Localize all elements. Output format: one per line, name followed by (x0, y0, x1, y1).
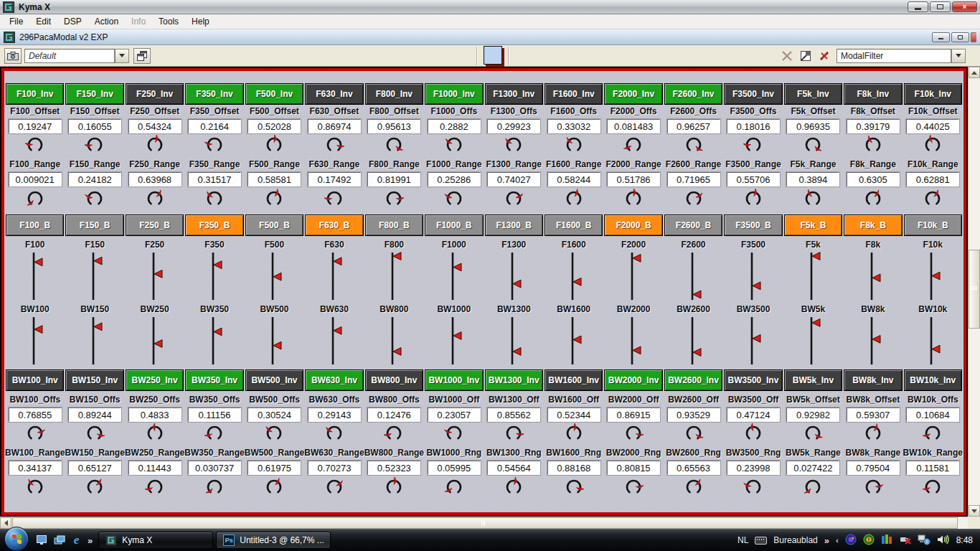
f-range-knob[interactable] (803, 189, 823, 212)
f-offset-field[interactable]: 0.39179 (847, 119, 900, 133)
f-range-knob[interactable] (923, 189, 943, 212)
f-offset-knob[interactable] (504, 135, 524, 158)
bw-fader[interactable] (371, 316, 417, 369)
disconnect-tools-icon[interactable] (781, 50, 793, 62)
f-offset-knob[interactable] (384, 135, 404, 158)
bw-range-field[interactable]: 0.61975 (248, 461, 301, 475)
f-inv-button[interactable]: F800_Inv (365, 83, 423, 105)
f-range-knob[interactable] (25, 189, 45, 212)
f-offset-knob[interactable] (264, 135, 284, 158)
scroll-down-button[interactable] (969, 505, 980, 517)
bw-offset-knob[interactable] (25, 423, 45, 446)
tray-network-icon[interactable] (918, 534, 930, 547)
bw-inv-button[interactable]: BW5k_Inv (784, 369, 842, 391)
bw-offset-knob[interactable] (803, 423, 823, 446)
bw-offset-field[interactable]: 0.10684 (906, 408, 959, 422)
bw-range-knob[interactable] (564, 477, 584, 500)
menu-item-help[interactable]: Help (185, 15, 216, 28)
bw-offset-field[interactable]: 0.59307 (847, 408, 900, 422)
bw-range-field[interactable]: 0.030737 (188, 461, 241, 475)
f-fader[interactable] (730, 251, 776, 304)
f-offset-knob[interactable] (145, 135, 165, 158)
bw-inv-button[interactable]: BW630_Inv (305, 369, 363, 391)
f-offset-field[interactable]: 0.96935 (786, 119, 839, 133)
f-range-knob[interactable] (264, 189, 284, 212)
f-b-button[interactable]: F630_B (305, 215, 363, 236)
f-inv-button[interactable]: F10k_Inv (904, 83, 962, 105)
f-offset-knob[interactable] (743, 135, 763, 158)
f-inv-button[interactable]: F150_Inv (65, 83, 123, 105)
f-inv-button[interactable]: F500_Inv (245, 83, 303, 105)
toolbar-chevron-icon[interactable]: » (824, 535, 829, 546)
f-offset-field[interactable]: 0.16055 (68, 119, 121, 133)
f-fader[interactable] (251, 251, 297, 304)
clock[interactable]: 8:48 (956, 535, 973, 545)
task-button-kyma[interactable]: Kyma X (98, 532, 213, 549)
bw-range-field[interactable]: 0.05995 (428, 461, 481, 475)
f-fader[interactable] (132, 251, 178, 304)
bw-inv-button[interactable]: BW8k_Inv (844, 369, 902, 391)
bw-range-knob[interactable] (264, 477, 284, 500)
bw-offset-field[interactable]: 0.4833 (128, 408, 182, 422)
bw-inv-button[interactable]: BW350_Inv (185, 369, 243, 391)
f-offset-knob[interactable] (204, 135, 225, 158)
bw-offset-field[interactable]: 0.86915 (607, 408, 660, 422)
tray-color-wheel-icon[interactable] (845, 534, 857, 547)
menu-item-info[interactable]: Info (125, 15, 152, 28)
f-offset-knob[interactable] (25, 135, 45, 158)
f-range-field[interactable]: 0.24182 (68, 172, 121, 187)
bureaublad-toolbar-label[interactable]: Bureaublad (773, 535, 817, 545)
f-b-button[interactable]: F5k_B (784, 215, 842, 236)
f-b-button[interactable]: F10k_B (904, 215, 962, 236)
scroll-left-button[interactable] (0, 517, 11, 529)
bw-range-field[interactable]: 0.34137 (9, 461, 62, 475)
f-range-knob[interactable] (85, 189, 105, 212)
f-inv-button[interactable]: F1000_Inv (425, 83, 483, 105)
tray-expand-chevron-icon[interactable]: ‹ (836, 536, 839, 545)
bw-range-knob[interactable] (684, 477, 704, 500)
bw-offset-field[interactable]: 0.30524 (248, 408, 301, 422)
bw-inv-button[interactable]: BW800_Inv (365, 369, 423, 391)
bw-offset-knob[interactable] (264, 423, 284, 446)
f-offset-field[interactable]: 0.44025 (906, 119, 959, 133)
f-offset-knob[interactable] (923, 135, 943, 158)
bw-fader[interactable] (671, 316, 717, 369)
bw-range-field[interactable]: 0.70273 (308, 461, 361, 475)
bw-inv-button[interactable]: BW250_Inv (126, 369, 184, 391)
f-range-field[interactable]: 0.74027 (487, 172, 540, 187)
bw-range-field[interactable]: 0.027422 (786, 461, 839, 475)
f-range-knob[interactable] (623, 189, 644, 212)
bw-range-knob[interactable] (743, 477, 763, 500)
bw-fader[interactable] (431, 316, 477, 369)
bw-fader[interactable] (551, 316, 597, 369)
f-fader[interactable] (491, 251, 537, 304)
bw-offset-knob[interactable] (564, 423, 584, 446)
f-inv-button[interactable]: F3500_Inv (724, 83, 782, 105)
f-range-knob[interactable] (504, 189, 524, 212)
bw-inv-button[interactable]: BW3500_Inv (724, 369, 782, 391)
bw-inv-button[interactable]: BW1300_Inv (485, 369, 543, 391)
bw-inv-button[interactable]: BW500_Inv (245, 369, 303, 391)
bw-offset-knob[interactable] (85, 423, 105, 446)
f-range-field[interactable]: 0.25286 (428, 172, 481, 187)
f-offset-field[interactable]: 0.52028 (248, 119, 301, 133)
f-inv-button[interactable]: F5k_Inv (784, 83, 842, 105)
bw-offset-knob[interactable] (324, 423, 344, 446)
f-fader[interactable] (790, 251, 836, 304)
f-fader[interactable] (192, 251, 237, 304)
f-offset-field[interactable]: 0.33032 (547, 119, 600, 133)
f-fader[interactable] (611, 251, 656, 304)
f-range-field[interactable]: 0.51786 (607, 172, 660, 187)
subwindow-minimize-button[interactable] (932, 32, 950, 42)
bw-range-field[interactable]: 0.65127 (68, 461, 121, 475)
f-range-field[interactable]: 0.17492 (308, 172, 361, 187)
bw-range-knob[interactable] (923, 477, 943, 500)
tray-power-plug-icon[interactable] (899, 534, 911, 547)
bw-fader[interactable] (72, 316, 118, 369)
task-button-photoshop[interactable]: Ps Untitled-3 @ 66,7% ... (216, 532, 331, 549)
f-inv-button[interactable]: F2600_Inv (664, 83, 722, 105)
bw-offset-field[interactable]: 0.76855 (9, 408, 62, 422)
bw-range-knob[interactable] (444, 477, 464, 500)
menu-item-edit[interactable]: Edit (29, 15, 57, 28)
start-button[interactable] (4, 527, 29, 551)
